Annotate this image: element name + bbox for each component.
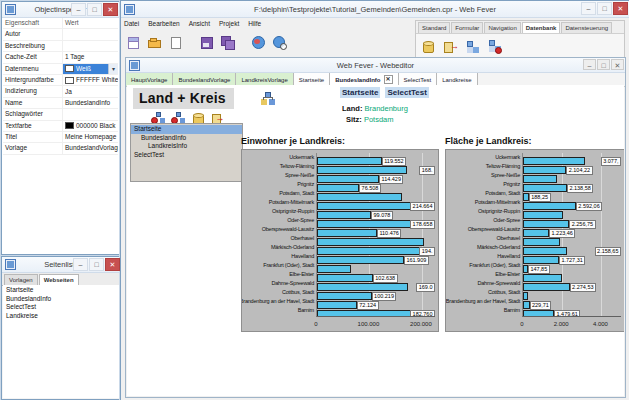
webeditor-titlebar[interactable]: Web Fever - Webeditor –□✕ bbox=[126, 58, 625, 73]
dataset-error-icon bbox=[487, 39, 502, 54]
main-titlebar[interactable]: F:\delphin\Testprojekte\Tutorial_Gemeind… bbox=[121, 1, 629, 18]
close-button[interactable]: ✕ bbox=[103, 3, 118, 16]
minimize-button[interactable]: – bbox=[583, 59, 596, 70]
list-item[interactable]: Startseite bbox=[3, 286, 120, 295]
property-header-name: Eigenschaft bbox=[3, 18, 63, 28]
bar bbox=[523, 274, 562, 282]
property-name: Autor bbox=[3, 29, 63, 39]
toolbar-button-open-project[interactable] bbox=[145, 33, 164, 52]
property-row[interactable]: Schlagwörter bbox=[3, 109, 118, 120]
close-button[interactable]: ✕ bbox=[613, 2, 628, 15]
palette-button-database-export[interactable] bbox=[441, 37, 460, 56]
bar bbox=[523, 157, 585, 165]
menu-hilfe[interactable]: Hilfe bbox=[248, 20, 261, 27]
property-name: Hintergrundfarbe bbox=[3, 75, 63, 85]
value-label: 2.592,06 bbox=[576, 202, 602, 211]
bar bbox=[523, 238, 560, 246]
tab-vorlagen[interactable]: Vorlagen bbox=[4, 274, 38, 285]
tab-webseiten[interactable]: Webseiten bbox=[39, 274, 79, 285]
maximize-button[interactable]: □ bbox=[597, 59, 610, 70]
maximize-button[interactable]: □ bbox=[89, 258, 104, 271]
toolbar-button-new-page[interactable] bbox=[166, 33, 185, 52]
palette-button-database[interactable] bbox=[419, 37, 438, 56]
tree-item-bundeslandinfo[interactable]: BundeslandInfo bbox=[131, 134, 242, 143]
toolbar-button-publish[interactable] bbox=[249, 33, 268, 52]
new-project-icon bbox=[126, 35, 141, 50]
palette-button-dataset-error[interactable] bbox=[485, 37, 504, 56]
list-item[interactable]: Landkreise bbox=[3, 312, 120, 321]
sitemap-icon[interactable] bbox=[260, 91, 275, 106]
app-icon bbox=[5, 259, 16, 270]
minimize-button[interactable]: – bbox=[581, 2, 596, 15]
category-label: Uckermark bbox=[289, 153, 314, 162]
value-label: 102.638 bbox=[373, 274, 398, 283]
page-link-selecttest[interactable]: SelectTest bbox=[385, 87, 428, 98]
tree-item-selecttest[interactable]: SelectTest bbox=[131, 151, 242, 160]
chart-plot-area: 119.552168.114.42976.508214.66499.078178… bbox=[316, 153, 435, 317]
category-label: Oberspreewald-Lausitz bbox=[468, 225, 520, 234]
value-label: 178.658 bbox=[410, 220, 435, 229]
property-row[interactable]: TitelMeine Homepage bbox=[3, 132, 118, 143]
value-label: 2.104,22 bbox=[566, 166, 592, 175]
palette-tab-datensteuerung[interactable]: Datensteuerung bbox=[561, 22, 612, 33]
page-link-startseite[interactable]: Startseite bbox=[340, 87, 380, 98]
property-value bbox=[63, 109, 118, 119]
toolbar-button-preview[interactable] bbox=[270, 33, 289, 52]
menu-ansicht[interactable]: Ansicht bbox=[189, 20, 210, 27]
page-list-titlebar[interactable]: Seitenliste –□✕ bbox=[2, 257, 121, 273]
minimize-button[interactable]: – bbox=[73, 258, 88, 271]
palette-button-dataset[interactable] bbox=[463, 37, 482, 56]
menu-bearbeiten[interactable]: Bearbeiten bbox=[148, 20, 179, 27]
category-label: Dahme-Spreewald bbox=[271, 279, 314, 288]
maximize-button[interactable]: □ bbox=[87, 3, 102, 16]
toolbar-button-save-all[interactable] bbox=[218, 33, 237, 52]
editor-tab-label: Landkreise bbox=[442, 74, 471, 86]
palette-tab-standard[interactable]: Standard bbox=[418, 22, 450, 33]
palette-tab-datenbank[interactable]: Datenbank bbox=[522, 22, 561, 33]
chart-plot-area: 3.077,2.104,222.138,58188,252.592,062.25… bbox=[522, 153, 621, 317]
property-row[interactable]: NameBundeslandInfo bbox=[3, 98, 118, 109]
tree-item-startseite[interactable]: Startseite bbox=[131, 125, 242, 134]
bar bbox=[523, 283, 570, 291]
category-label: Prignitz bbox=[297, 180, 314, 189]
bar bbox=[317, 256, 404, 264]
property-row[interactable]: DatenmenuWeiß▾ bbox=[3, 64, 118, 75]
maximize-button[interactable]: □ bbox=[597, 2, 612, 15]
minimize-button[interactable]: – bbox=[71, 3, 86, 16]
property-row[interactable]: Textfarbe000000 Black bbox=[3, 121, 118, 132]
palette-tab-formular[interactable]: Formular bbox=[451, 22, 483, 33]
close-button[interactable]: ✕ bbox=[611, 59, 624, 70]
property-name: Cache-Zeit bbox=[3, 52, 63, 62]
save-icon bbox=[199, 35, 214, 50]
property-row[interactable]: Beschreibung bbox=[3, 41, 118, 52]
database-export-icon bbox=[211, 111, 224, 124]
category-label: Oder-Spree bbox=[287, 216, 314, 225]
property-row[interactable]: Autor bbox=[3, 29, 118, 40]
property-row[interactable]: VorlageBundeslandVorlage bbox=[3, 143, 118, 154]
toolbar-button-new-project[interactable] bbox=[124, 33, 143, 52]
list-item[interactable]: SelectTest bbox=[3, 303, 120, 312]
bar bbox=[317, 184, 359, 192]
menu-projekt[interactable]: Projekt bbox=[219, 20, 239, 27]
value-label: 2.138,58 bbox=[567, 184, 593, 193]
list-item[interactable]: BundeslandInfo bbox=[3, 295, 120, 304]
category-label: Oberhavel bbox=[290, 234, 314, 243]
close-tab-icon[interactable]: ✕ bbox=[384, 75, 393, 84]
property-row[interactable]: HintergrundfarbeFFFFFF White bbox=[3, 75, 118, 86]
tree-item-landkreisinfo[interactable]: LandkreisInfo bbox=[131, 142, 242, 151]
bar bbox=[317, 310, 415, 317]
palette-tab-navigation[interactable]: Navigation bbox=[484, 22, 520, 33]
page-heading: Land + Kreis bbox=[133, 88, 234, 109]
close-button[interactable]: ✕ bbox=[105, 258, 120, 271]
menu-datei[interactable]: Datei bbox=[124, 20, 139, 27]
property-value-text: FFFFFF White bbox=[76, 75, 118, 85]
dropdown-arrow-icon[interactable]: ▾ bbox=[108, 64, 118, 74]
toolbar-button-save[interactable] bbox=[197, 33, 216, 52]
property-name: Name bbox=[3, 98, 63, 108]
axis-tick-label: 100.000 bbox=[358, 321, 380, 327]
bar bbox=[317, 229, 377, 237]
object-inspector-titlebar[interactable]: Objectinspektor –□✕ bbox=[2, 2, 119, 18]
property-row[interactable]: IndizierungJa bbox=[3, 86, 118, 97]
property-row[interactable]: Cache-Zeit1 Tage bbox=[3, 52, 118, 63]
property-value: Meine Homepage bbox=[63, 132, 118, 142]
